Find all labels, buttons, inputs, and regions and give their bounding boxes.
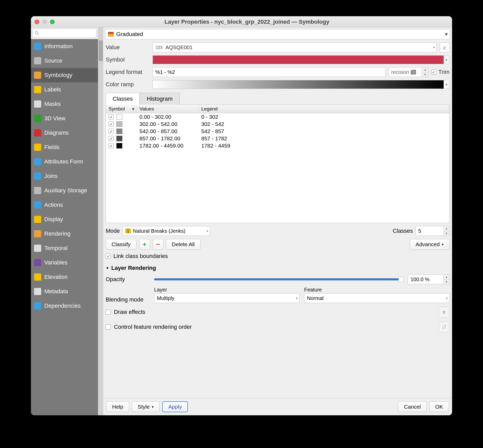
control-rendering-order-checkbox[interactable] <box>106 324 111 330</box>
opacity-spinner[interactable]: ▲▼ <box>444 274 449 284</box>
class-legend[interactable]: 302 - 542 <box>201 121 447 127</box>
opacity-slider[interactable] <box>154 278 403 280</box>
class-visible-checkbox[interactable] <box>109 129 114 134</box>
opacity-input[interactable] <box>408 274 444 284</box>
class-values[interactable]: 857.00 - 1782.00 <box>139 135 201 142</box>
class-legend[interactable]: 542 - 857 <box>201 128 447 134</box>
sidebar-item-information[interactable]: Information <box>31 39 98 54</box>
sidebar-item-temporal[interactable]: Temporal <box>31 241 98 255</box>
sidebar-search-input[interactable] <box>32 29 96 38</box>
slider-thumb[interactable] <box>398 277 404 282</box>
class-visible-checkbox[interactable] <box>109 143 114 148</box>
help-button[interactable]: Help <box>106 401 129 412</box>
sidebar-item-fields[interactable]: Fields <box>31 140 98 154</box>
class-swatch[interactable] <box>116 128 122 134</box>
class-visible-checkbox[interactable] <box>109 136 114 141</box>
class-legend[interactable]: 1782 - 4459 <box>201 143 447 149</box>
sidebar-item-icon <box>34 201 41 209</box>
sidebar-item-auxiliary-storage[interactable]: Auxiliary Storage <box>31 183 98 198</box>
rendering-order-config-button[interactable] <box>439 322 449 332</box>
layer-rendering-toggle[interactable]: ▼ Layer Rendering <box>103 260 452 273</box>
sidebar-item-symbology[interactable]: Symbology <box>31 68 98 82</box>
draw-effects-config-button[interactable] <box>439 307 449 317</box>
sidebar-scrollbar[interactable] <box>98 28 103 415</box>
sidebar-item-icon <box>34 100 41 108</box>
sidebar-item-label: Temporal <box>44 245 95 252</box>
cancel-button[interactable]: Cancel <box>398 401 427 412</box>
class-visible-checkbox[interactable] <box>109 114 114 119</box>
sidebar-item-variables[interactable]: Variables <box>31 255 98 270</box>
sidebar-item-icon <box>34 158 41 165</box>
class-row[interactable]: 1782.00 - 4459.001782 - 4459 <box>106 142 449 149</box>
class-values[interactable]: 542.00 - 857.00 <box>139 128 201 134</box>
classes-count-spinner[interactable]: ▲▼ <box>444 226 449 236</box>
class-swatch[interactable] <box>116 114 122 120</box>
sidebar-item-diagrams[interactable]: Diagrams <box>31 126 98 140</box>
legend-format-input[interactable] <box>153 67 385 77</box>
class-visible-checkbox[interactable] <box>109 122 114 127</box>
class-row[interactable]: 542.00 - 857.00542 - 857 <box>106 128 449 135</box>
advanced-button[interactable]: Advanced▾ <box>410 239 449 250</box>
col-values[interactable]: Values <box>137 105 199 113</box>
style-button[interactable]: Style▾ <box>132 401 160 412</box>
class-row[interactable]: 857.00 - 1782.00857 - 1782 <box>106 135 449 142</box>
class-row[interactable]: 0.00 - 302.000 - 302 <box>106 113 449 120</box>
sidebar-item-dependencies[interactable]: Dependencies <box>31 299 98 313</box>
scrollbar-thumb[interactable] <box>99 40 103 61</box>
delete-all-button[interactable]: Delete All <box>166 239 201 250</box>
expression-builder-button[interactable]: ε <box>440 42 449 52</box>
sidebar-item-label: Symbology <box>44 72 95 79</box>
color-ramp-dropdown-button[interactable]: ▾ <box>444 80 449 89</box>
sidebar-item-icon <box>34 115 41 122</box>
sidebar-item-labels[interactable]: Labels <box>31 82 98 97</box>
tab-classes[interactable]: Classes <box>106 93 140 105</box>
ok-button[interactable]: OK <box>429 401 449 412</box>
link-class-boundaries-checkbox[interactable] <box>106 254 111 259</box>
class-values[interactable]: 1782.00 - 4459.00 <box>139 143 201 149</box>
apply-button[interactable]: Apply <box>162 401 188 412</box>
class-swatch[interactable] <box>116 136 122 141</box>
col-legend[interactable]: Legend <box>199 105 449 113</box>
symbol-preview-button[interactable]: ▾ <box>153 55 444 64</box>
trim-checkbox[interactable] <box>431 70 436 75</box>
layer-blend-mode-select[interactable]: Multiply ▾ <box>154 293 299 303</box>
class-legend[interactable]: 857 - 1782 <box>201 135 447 142</box>
draw-effects-checkbox[interactable] <box>106 309 111 315</box>
sidebar-item-joins[interactable]: Joins <box>31 169 98 183</box>
clear-icon[interactable]: × <box>411 70 416 74</box>
value-field-select[interactable]: 123 AQSQE001 ▾ <box>153 42 437 52</box>
sidebar-item-actions[interactable]: Actions <box>31 198 98 212</box>
sidebar-item-rendering[interactable]: Rendering <box>31 227 98 241</box>
remove-class-button[interactable] <box>153 239 163 250</box>
tab-histogram[interactable]: Histogram <box>140 93 179 105</box>
mode-select[interactable]: Natural Breaks (Jenks) ▾ <box>122 226 210 236</box>
sidebar-item-source[interactable]: Source <box>31 54 98 68</box>
color-ramp-button[interactable]: ▾ <box>153 80 444 89</box>
sidebar-item-icon <box>34 144 41 151</box>
sidebar-item-attributes-form[interactable]: Attributes Form <box>31 154 98 169</box>
classify-button[interactable]: Classify <box>106 239 137 250</box>
maximize-window-button[interactable] <box>50 20 55 24</box>
opacity-label: Opacity <box>106 276 149 283</box>
sidebar-item-elevation[interactable]: Elevation <box>31 270 98 284</box>
symbol-dropdown-button[interactable]: ▾ <box>444 56 449 64</box>
close-window-button[interactable] <box>35 20 39 24</box>
col-symbol[interactable]: Symbol <box>106 105 137 113</box>
sidebar-item-masks[interactable]: Masks <box>31 97 98 111</box>
class-values[interactable]: 302.00 - 542.00 <box>139 121 201 127</box>
sidebar-item-3d-view[interactable]: 3D View <box>31 111 98 126</box>
class-swatch[interactable] <box>116 143 122 149</box>
feature-blend-mode-select[interactable]: Normal ▾ <box>304 293 449 303</box>
minimize-window-button[interactable] <box>42 20 47 24</box>
classes-count-input[interactable] <box>415 226 444 236</box>
class-swatch[interactable] <box>116 121 122 127</box>
class-values[interactable]: 0.00 - 302.00 <box>139 114 201 120</box>
sidebar-item-metadata[interactable]: Metadata <box>31 284 98 299</box>
class-row[interactable]: 302.00 - 542.00302 - 542 <box>106 120 449 128</box>
precision-spinner[interactable]: ▲▼ <box>422 67 428 77</box>
class-legend[interactable]: 0 - 302 <box>201 114 447 120</box>
precision-input[interactable]: recision ( × <box>388 67 422 77</box>
add-class-button[interactable] <box>139 239 150 250</box>
sidebar-item-display[interactable]: Display <box>31 212 98 227</box>
renderer-type-select[interactable]: Graduated ▾ <box>105 29 450 39</box>
